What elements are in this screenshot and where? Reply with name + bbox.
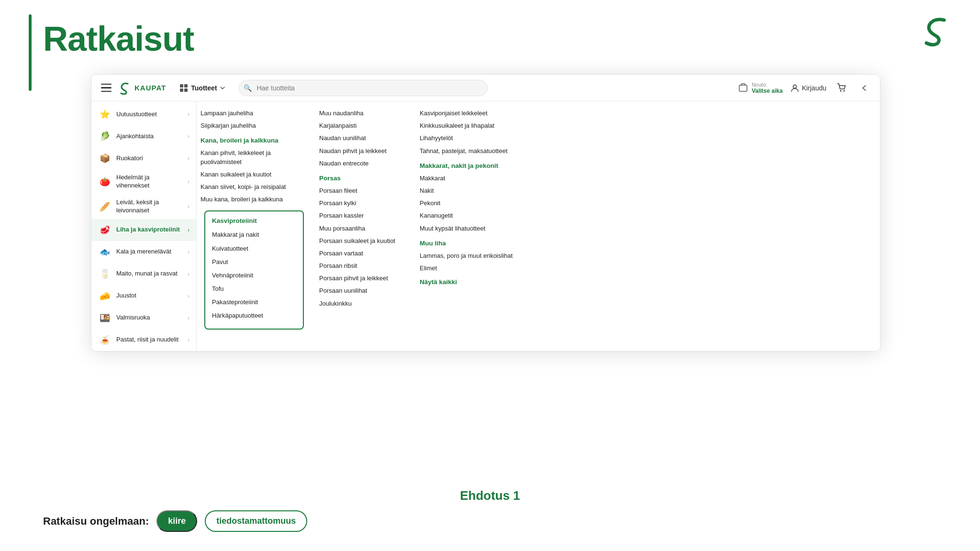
back-button[interactable]: [857, 80, 872, 96]
col3-kasvi[interactable]: Kasviponjaiset leikkeleet: [420, 107, 529, 120]
svg-rect-2: [180, 88, 183, 92]
nouto-value[interactable]: Valitse aika: [752, 88, 783, 94]
dropdown-area: Lampaan jauheliha Siipikarjan jauheliha …: [197, 101, 880, 351]
svg-rect-4: [739, 85, 747, 91]
nouto-group[interactable]: Nouto: Valitse aika: [738, 82, 783, 94]
browser-window: KAUPAT Tuotteet 🔍 Nouto: Valitse ai: [91, 74, 880, 352]
bottom-tags-area: Ratkaisu ongelmaan: kiire tiedostamattom…: [43, 510, 307, 532]
porsas-fileet[interactable]: Porsaan fileet: [319, 185, 404, 197]
kirjaudu-label: Kirjaudu: [802, 84, 826, 92]
porsas-joulukinkku[interactable]: Joulukinkku: [319, 298, 404, 310]
sidebar-item-hedelmät[interactable]: 🍅 Hedelmät ja vihennekset ›: [91, 169, 196, 194]
sidebar-label-kala: Kala ja merenelävät: [116, 248, 183, 256]
sidebar-label-hedelmät: Hedelmät ja vihennekset: [116, 174, 183, 190]
nayta-kaikki-link[interactable]: Näytä kaikki: [420, 278, 529, 286]
sidebar-icon-valmisruoka: 🍱: [98, 311, 111, 325]
col3-kananugetit[interactable]: Kananugetit: [420, 209, 529, 222]
sidebar-item-maito[interactable]: 🥛 Maito, munat ja rasvat ›: [91, 263, 196, 285]
dropdown-item-siipikarjan[interactable]: Siipikarjan jauheliha: [200, 120, 308, 132]
dropdown-item-naudan-entrecote[interactable]: Naudan entrecote: [319, 157, 404, 170]
search-input[interactable]: [239, 80, 488, 96]
search-container: 🔍: [239, 80, 488, 96]
porsas-kassler[interactable]: Porsaan kassler: [319, 209, 404, 222]
brand-logo: [918, 14, 951, 48]
svg-rect-1: [184, 84, 188, 88]
sidebar-label-uutuustuotteet: Uutuustuotteet: [116, 110, 183, 119]
kirjaudu-btn[interactable]: Kirjaudu: [791, 84, 826, 92]
sidebar-icon-kala: 🐟: [98, 245, 111, 259]
dropdown-item-kana2[interactable]: Kanan suikaleet ja kuutiot: [200, 168, 308, 181]
hamburger-menu[interactable]: [99, 80, 114, 96]
kasvi-item-kuiva[interactable]: Kuivatuotteet: [212, 242, 296, 255]
col3-lihahyytelöt[interactable]: Lihahyytelöt: [420, 132, 529, 144]
col3-kypsät[interactable]: Muut kypsät lihatuotteet: [420, 222, 529, 235]
page-title: Ratkaisut: [43, 19, 194, 58]
sidebar-icon-juustot: 🧀: [98, 289, 111, 303]
ehdotus-label: Ehdotus 1: [460, 488, 520, 503]
sidebar-item-pastat[interactable]: 🍝 Pastat, riisit ja nuudelit ›: [91, 329, 196, 351]
dropdown-item-karjalan[interactable]: Karjalanpaisti: [319, 120, 404, 132]
dropdown-item-naudan-uuni[interactable]: Naudan uunilihat: [319, 132, 404, 144]
porsas-uunilihat[interactable]: Porsaan uunilihat: [319, 285, 404, 297]
porsas-vartaat[interactable]: Porsaan vartaat: [319, 247, 404, 260]
nav-right-group: Nouto: Valitse aika Kirjaudu: [738, 80, 872, 96]
dropdown-item-kana3[interactable]: Kanan siivet, koipi- ja reisipalat: [200, 181, 308, 193]
col3-nakit[interactable]: Nakit: [420, 185, 529, 197]
nav-logo-text: KAUPAT: [134, 84, 166, 92]
sidebar-icon-ruokatori: 📦: [98, 152, 111, 165]
dropdown-item-muu-naudanliha[interactable]: Muu naudanliha: [319, 107, 404, 120]
dropdown-item-lampaan[interactable]: Lampaan jauheliha: [200, 107, 308, 120]
tuotteet-label: Tuotteet: [191, 84, 217, 92]
kasvi-item-tofu[interactable]: Tofu: [212, 282, 296, 296]
tuotteet-dropdown-btn[interactable]: Tuotteet: [174, 81, 231, 95]
porsas-suikaleet[interactable]: Porsaan suikaleet ja kuutiot: [319, 235, 404, 247]
sidebar: ⭐ Uutuustuotteet › 🥬 Ajankohtaista › 📦 R…: [91, 101, 197, 351]
sidebar-item-ruokatori[interactable]: 📦 Ruokatori ›: [91, 147, 196, 169]
kasvi-title: Kasviproteiinit: [212, 217, 296, 224]
search-icon: 🔍: [244, 84, 252, 92]
tag-tiedostamattomuus[interactable]: tiedostamattomuus: [205, 510, 307, 532]
left-accent-line: [29, 14, 32, 91]
sidebar-item-valmisruoka[interactable]: 🍱 Valmisruoka ›: [91, 307, 196, 329]
col3-makkarat[interactable]: Makkarat: [420, 172, 529, 185]
kasvi-item-pakaste[interactable]: Pakasteproteiinit: [212, 296, 296, 309]
col3-tahnat[interactable]: Tahnat, pasteijat, maksatuotteet: [420, 145, 529, 157]
sidebar-item-uutuustuotteet[interactable]: ⭐ Uutuustuotteet ›: [91, 103, 196, 125]
porsas-pihvit[interactable]: Porsaan pihvit ja leikkeet: [319, 272, 404, 285]
dropdown-item-kana4[interactable]: Muu kana, broileri ja kalkkuna: [200, 193, 308, 206]
sidebar-label-ruokatori: Ruokatori: [116, 154, 183, 163]
col3-kinkku[interactable]: Kinkkusuikaleet ja lihapalat: [420, 120, 529, 132]
sidebar-item-liha[interactable]: 🥩 Liha ja kasviproteiinit ›: [91, 219, 196, 241]
ehdotus-section: Ehdotus 1: [0, 488, 980, 503]
sidebar-arrow-uutuustuotteet: ›: [188, 111, 189, 118]
kasvi-item-makkarat[interactable]: Makkarat ja nakit: [212, 228, 296, 242]
sidebar-icon-pastat: 🍝: [98, 333, 111, 347]
kasvi-item-vehnä[interactable]: Vehnäproteiinit: [212, 269, 296, 282]
dropdown-item-kana1[interactable]: Kanan pihvit, leikkeleet ja puolivalmist…: [200, 147, 308, 168]
sidebar-item-juustot[interactable]: 🧀 Juustot ›: [91, 285, 196, 307]
ratkaisu-label: Ratkaisu ongelmaan:: [43, 515, 149, 528]
page-background: Ratkaisut KAUPAT Tuotteet: [0, 0, 980, 551]
cart-button[interactable]: [834, 80, 849, 96]
kasvi-item-härkä[interactable]: Härkäpaputuotteet: [212, 309, 296, 322]
porsas-ribsit[interactable]: Porsaan ribsit: [319, 260, 404, 272]
sidebar-icon-hedelmät: 🍅: [98, 175, 111, 188]
sidebar-label-juustot: Juustot: [116, 292, 183, 300]
kasvi-item-pavut[interactable]: Pavut: [212, 255, 296, 269]
skaupat-logo: KAUPAT: [118, 81, 166, 95]
nav-bar: KAUPAT Tuotteet 🔍 Nouto: Valitse ai: [91, 75, 880, 101]
col3-elimet[interactable]: Elimet: [420, 262, 529, 275]
dropdown-title-porsas: Porsas: [319, 175, 404, 182]
sidebar-item-leivät[interactable]: 🥖 Leivät, keksit ja leivonnaiset ›: [91, 194, 196, 219]
porsas-kylki[interactable]: Porsaan kylki: [319, 197, 404, 209]
svg-point-7: [844, 90, 845, 91]
svg-point-6: [840, 90, 842, 91]
sidebar-item-kala[interactable]: 🐟 Kala ja merenelävät ›: [91, 241, 196, 263]
sidebar-item-ajankohtaista[interactable]: 🥬 Ajankohtaista ›: [91, 125, 196, 147]
sidebar-label-maito: Maito, munat ja rasvat: [116, 270, 183, 278]
col3-pekonit[interactable]: Pekonit: [420, 197, 529, 209]
col3-lammas[interactable]: Lammas, poro ja muut erikoislihat: [420, 250, 529, 262]
dropdown-item-naudan-pihvit[interactable]: Naudan pihvit ja leikkeet: [319, 145, 404, 157]
porsas-muu[interactable]: Muu porsaanliha: [319, 222, 404, 235]
tag-kiire[interactable]: kiire: [156, 510, 197, 532]
